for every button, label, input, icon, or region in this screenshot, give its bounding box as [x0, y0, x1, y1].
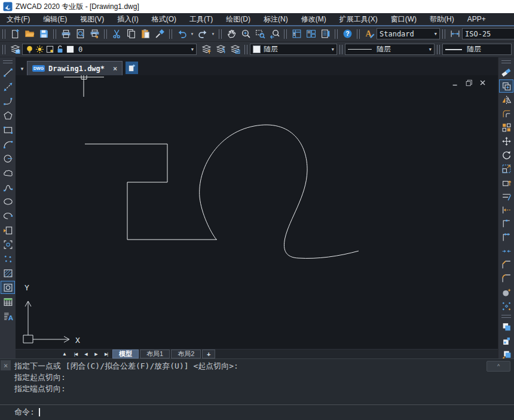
toolbar-grip[interactable] [2, 29, 5, 39]
toolbar-grip[interactable] [501, 60, 511, 63]
region-button[interactable] [1, 281, 15, 294]
toolbar-grip[interactable] [3, 60, 13, 63]
break-button[interactable] [499, 231, 513, 244]
color-combo[interactable]: 随层 ▼ [250, 44, 337, 55]
menu-item-0[interactable]: 文件(F) [0, 13, 36, 25]
redo-dropdown-button[interactable]: ▼ [210, 27, 216, 41]
send-to-back-button[interactable] [499, 334, 513, 347]
design-center-button[interactable] [304, 27, 318, 41]
spline-button[interactable] [1, 180, 15, 194]
stretch-button[interactable] [499, 176, 513, 189]
polyline-button[interactable] [1, 94, 15, 108]
draw-order-button[interactable] [499, 348, 513, 358]
menu-item-12[interactable]: APP+ [461, 13, 492, 25]
rectangle-button[interactable] [1, 123, 15, 136]
break-at-point-button[interactable] [499, 217, 513, 230]
toolbar-grip[interactable] [53, 29, 56, 39]
arc-button[interactable] [1, 137, 15, 151]
blend-curves-button[interactable] [499, 286, 513, 299]
dim-style-combo[interactable]: ISO-25 ▼ [462, 28, 514, 39]
text-style-combo[interactable]: Standard ▼ [377, 28, 440, 39]
toolbar-grip[interactable] [442, 29, 445, 39]
fillet-button[interactable] [499, 272, 513, 285]
paste-button[interactable] [138, 27, 152, 41]
layout-bar-up-button[interactable]: ▲ [59, 350, 71, 358]
layout-nav-button-3[interactable]: ▶| [101, 350, 111, 358]
construction-line-button[interactable] [1, 80, 15, 93]
text-style-button[interactable]: A [362, 27, 377, 41]
menu-item-7[interactable]: 标注(N) [257, 13, 295, 25]
properties-palette-button[interactable] [289, 27, 304, 41]
help-button[interactable]: ? [340, 27, 354, 41]
undo-button[interactable] [175, 27, 189, 41]
zoom-previous-button[interactable] [267, 27, 282, 41]
restore-icon[interactable] [465, 79, 473, 87]
pan-button[interactable] [224, 27, 238, 41]
tab-list-dropdown[interactable]: ▼ [17, 62, 27, 75]
erase-button[interactable] [499, 66, 513, 79]
dim-style-button[interactable] [448, 27, 462, 41]
menu-item-8[interactable]: 修改(M) [295, 13, 333, 25]
close-icon[interactable] [479, 79, 487, 87]
toolbar-grip[interactable] [357, 29, 360, 39]
toolbar-grip[interactable] [104, 29, 107, 39]
toolbar-grip[interactable] [244, 45, 247, 54]
menu-item-4[interactable]: 格式(O) [145, 13, 183, 25]
copy-clip-button[interactable] [124, 27, 138, 41]
rotate-button[interactable] [499, 148, 513, 161]
move-button[interactable] [499, 134, 513, 148]
mtext-button[interactable]: A [1, 309, 15, 323]
hatch-button[interactable] [1, 266, 15, 280]
layer-thaw-icon[interactable] [35, 45, 44, 54]
menu-item-2[interactable]: 视图(V) [74, 13, 111, 25]
match-properties-button[interactable] [152, 27, 167, 41]
viewport-freeze-icon[interactable] [45, 45, 54, 54]
command-close-button[interactable]: × [1, 360, 11, 370]
polygon-button[interactable] [1, 109, 15, 122]
ellipse-arc-button[interactable] [1, 209, 15, 222]
menu-item-6[interactable]: 绘图(D) [219, 13, 257, 25]
toolbar-grip[interactable] [335, 29, 338, 39]
ellipse-button[interactable] [1, 195, 15, 208]
polyline-entity[interactable] [85, 144, 217, 240]
layer-on-icon[interactable] [25, 45, 34, 54]
layout-nav-button-2[interactable]: ▶ [91, 350, 101, 358]
join-button[interactable] [499, 244, 513, 257]
lineweight-combo[interactable]: 随层 [442, 44, 512, 55]
layer-previous-button[interactable] [213, 43, 228, 56]
new-file-button[interactable] [8, 27, 22, 41]
make-block-button[interactable] [1, 238, 15, 251]
menu-item-3[interactable]: 插入(I) [111, 13, 145, 25]
spline-entity[interactable] [200, 125, 359, 258]
mirror-button[interactable] [499, 93, 513, 106]
plot-button[interactable] [59, 27, 73, 41]
point-button[interactable] [1, 252, 15, 265]
command-prompt[interactable]: 命令: [14, 407, 40, 418]
scale-button[interactable] [499, 162, 513, 175]
menu-item-5[interactable]: 工具(T) [183, 13, 219, 25]
layer-states-button[interactable] [228, 43, 242, 56]
menu-item-9[interactable]: 扩展工具(X) [333, 13, 384, 25]
layer-unlock-icon[interactable] [56, 45, 65, 54]
open-folder-button[interactable] [22, 27, 36, 41]
command-line-area[interactable]: × 指定下一点或 [闭合(C)/拟合公差(F)/放弃(U)] <起点切向>:指定… [0, 358, 514, 420]
save-button[interactable] [36, 27, 51, 41]
add-layout-button[interactable]: + [202, 350, 215, 358]
close-icon[interactable]: × [113, 65, 117, 72]
layout-nav-button-0[interactable]: |◀ [71, 350, 81, 358]
linetype-combo[interactable]: 随层 ▼ [345, 44, 435, 55]
line-button[interactable] [1, 66, 15, 79]
array-button[interactable] [499, 121, 513, 134]
cut-button[interactable] [109, 27, 124, 41]
toolbar-grip[interactable] [284, 29, 287, 39]
print-preview-button[interactable] [73, 27, 87, 41]
new-document-button[interactable] [126, 62, 138, 74]
chamfer-button[interactable] [499, 258, 513, 271]
layer-combo[interactable]: 0 ▼ [22, 44, 197, 55]
undo-dropdown-button[interactable]: ▼ [189, 27, 195, 41]
revision-cloud-button[interactable] [1, 166, 15, 179]
bring-to-front-button[interactable] [499, 320, 513, 333]
toolbar-grip[interactable] [501, 315, 511, 318]
tool-palettes-button[interactable] [318, 27, 332, 41]
document-tab-drawing1[interactable]: DWG Drawing1.dwg* × [27, 61, 123, 75]
